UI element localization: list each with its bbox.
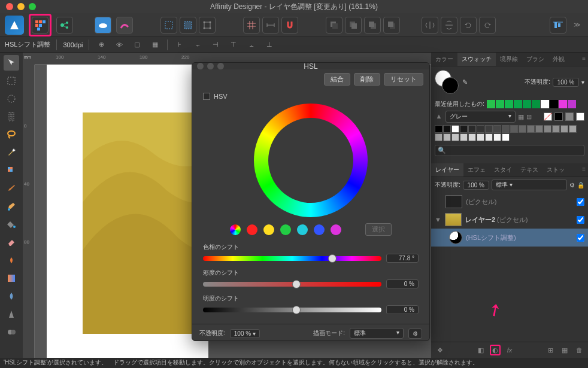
grey-swatch[interactable] [544,125,551,133]
fill-tool[interactable] [4,217,19,232]
color-dot-red[interactable] [247,224,257,235]
layers-stack-icon[interactable]: ❖ [435,345,445,355]
lasso-tool[interactable] [4,127,19,142]
autocorrect-button[interactable] [116,17,133,34]
shapes-tool[interactable] [4,324,19,340]
color-dot-yellow[interactable] [263,224,274,235]
dialog-maximize[interactable] [217,63,224,69]
grey-swatch[interactable] [451,125,459,133]
blend-mode-dropdown[interactable]: 標準 ▾ [492,180,567,190]
grid-icon[interactable]: ▦ [149,39,161,51]
layer-row[interactable]: (ピクセル) [431,193,588,211]
layer-visibility-checkbox[interactable] [577,216,584,224]
context-dpi[interactable]: 300dpi [63,41,83,48]
tab-styles[interactable]: スタイ [490,163,516,177]
white-swatch[interactable] [576,112,584,121]
hue-value[interactable]: 77.8 ° [386,254,419,263]
rotate-cw-button[interactable] [479,17,496,34]
merge-button[interactable]: 結合 [324,73,350,86]
ruler-vertical[interactable]: 0 40 80 [23,65,35,358]
snap-button[interactable] [281,17,298,34]
reset-button[interactable]: リセット [384,73,423,86]
magic-wand-tool[interactable] [4,145,19,160]
tab-brushes[interactable]: ブラシ [522,53,548,66]
eyedropper-icon[interactable]: ✎ [462,78,468,86]
adjustments-icon[interactable]: ◐ [490,345,501,355]
none-swatch[interactable] [544,112,552,121]
grey-swatch[interactable] [468,133,476,141]
layer-row[interactable]: ▼ レイヤー2 (ピクセル) [431,211,588,229]
light-slider[interactable] [203,308,381,312]
tab-appearance[interactable]: 外観 [548,53,569,66]
fx-icon[interactable]: fx [504,345,515,355]
grey-swatch[interactable] [502,125,510,133]
canvas[interactable] [47,65,208,358]
grey-swatch[interactable] [443,125,451,133]
recent-swatch[interactable] [514,100,522,108]
arrange-backward-button[interactable] [345,17,362,34]
rect-marquee-tool[interactable] [4,73,19,89]
grey-swatch[interactable] [565,112,574,121]
ruler-unit[interactable]: mm [23,53,35,65]
target-icon[interactable]: ⊕ [95,39,107,51]
fill-stroke-swatch[interactable] [435,70,459,94]
align-center-h-icon[interactable]: ⫟ [192,39,204,51]
rotate-ccw-button[interactable] [460,17,477,34]
palette-dropdown[interactable]: グレー▾ [445,111,516,123]
grey-swatch[interactable] [560,125,568,133]
grid-button[interactable] [243,17,260,34]
color-dot-green[interactable] [280,224,291,235]
delete-button[interactable]: 削除 [354,73,380,86]
tab-layers[interactable]: レイヤー [431,163,463,177]
grey-swatch[interactable] [493,125,501,133]
grey-swatch[interactable] [477,125,484,133]
grey-swatch[interactable] [510,125,518,133]
color-wheel[interactable] [254,104,368,217]
column-marquee-tool[interactable] [4,109,19,124]
grey-swatch[interactable] [435,125,442,133]
gradient-tool[interactable] [4,270,19,286]
recent-swatch[interactable] [496,100,504,108]
grey-swatch[interactable] [468,125,476,133]
tab-effects[interactable]: エフェ [463,163,490,177]
dialog-minimize[interactable] [207,63,214,69]
grey-swatch[interactable] [485,133,493,141]
hsv-checkbox[interactable] [203,93,210,100]
selection-brush-tool[interactable] [4,163,19,178]
hue-slider[interactable] [203,256,381,261]
recent-swatch[interactable] [550,100,558,108]
recent-colors[interactable] [487,100,576,108]
selection-transform-button[interactable] [199,17,216,34]
brush-tool[interactable] [4,181,19,196]
tab-stroke[interactable]: 境界線 [496,53,522,66]
grey-swatch[interactable] [535,125,543,133]
erase-tool[interactable] [4,235,19,250]
recent-swatch[interactable] [568,100,576,108]
color-dot-magenta[interactable] [331,224,341,235]
paint-brush-tool[interactable] [4,199,19,214]
tab-text[interactable]: テキス [516,163,542,177]
sat-slider[interactable] [203,282,381,287]
tab-swatches[interactable]: スウォッチ [457,53,496,66]
align-middle-icon[interactable]: ⫠ [245,39,257,51]
layer-opacity-value[interactable]: 100 % [463,181,489,190]
align-top-icon[interactable]: ⊤ [228,39,240,51]
layer-panel-menu-icon[interactable]: ≡ [580,163,588,177]
opacity-value[interactable]: 100 % [553,78,579,87]
sat-value[interactable]: 0 % [386,279,419,288]
group-icon[interactable]: ▦ [559,345,570,355]
sharpen-tool[interactable] [4,306,19,322]
snap-dist-button[interactable] [262,17,279,34]
align-right-icon[interactable]: ⊣ [210,39,222,51]
swatch-grid[interactable] [435,125,584,141]
grey-swatch[interactable] [460,125,468,133]
export-persona-button[interactable] [56,17,73,34]
grey-swatch[interactable] [519,125,526,133]
tab-color[interactable]: カラー [431,53,457,66]
recent-swatch[interactable] [559,100,567,108]
expand-icon[interactable]: ▼ [435,216,441,223]
arrange-back-button[interactable] [326,17,343,34]
window-maximize[interactable] [29,3,36,10]
black-swatch[interactable] [554,112,563,121]
recent-swatch[interactable] [541,100,549,108]
